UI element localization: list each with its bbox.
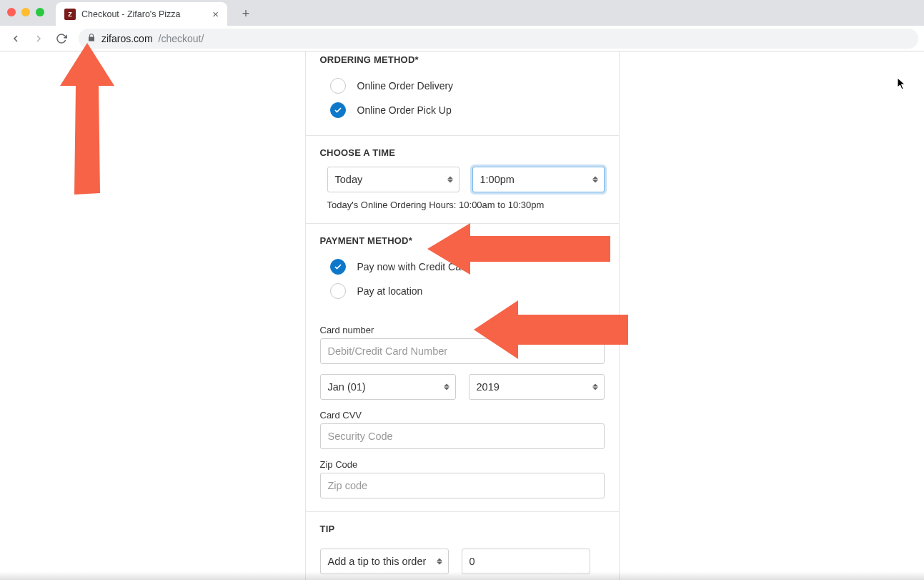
minimize-window-icon[interactable]	[21, 8, 30, 16]
card-number-input[interactable]	[320, 338, 605, 364]
exp-year-select[interactable]: 2019	[469, 374, 605, 400]
exp-month-select[interactable]: Jan (01)	[320, 374, 456, 400]
tip-heading: TIP	[320, 524, 605, 534]
tip-select-value: Add a tip to this order	[328, 556, 427, 567]
tip-section: TIP Add a tip to this order	[306, 512, 619, 580]
address-bar[interactable]: zifaros.com/checkout/	[79, 29, 918, 49]
zip-label: Zip Code	[320, 459, 605, 470]
radio-label: Pay now with Credit Card	[357, 261, 470, 272]
zip-input[interactable]	[320, 473, 605, 498]
radio-pay-at-location[interactable]: Pay at location	[320, 279, 605, 303]
payment-method-heading: PAYMENT METHOD*	[320, 235, 605, 246]
radio-pickup[interactable]: Online Order Pick Up	[320, 98, 605, 122]
ordering-method-section: ORDERING METHOD* Online Order Delivery O…	[306, 51, 619, 136]
forward-button[interactable]	[29, 29, 49, 49]
maximize-window-icon[interactable]	[36, 8, 44, 16]
close-tab-icon[interactable]: ×	[212, 8, 219, 20]
day-select-value: Today	[335, 174, 363, 185]
favicon-icon: Z	[64, 9, 76, 20]
url-path: /checkout/	[159, 33, 204, 44]
radio-label: Online Order Delivery	[357, 80, 454, 92]
choose-time-heading: CHOOSE A TIME	[320, 147, 605, 158]
chevron-updown-icon	[444, 384, 449, 390]
day-select[interactable]: Today	[327, 167, 459, 192]
page-content: ORDERING METHOD* Online Order Delivery O…	[0, 51, 924, 580]
mouse-cursor-icon	[897, 77, 907, 90]
bottom-shadow	[0, 571, 924, 580]
radio-pay-credit-card[interactable]: Pay now with Credit Card	[320, 255, 605, 279]
exp-year-value: 2019	[477, 381, 500, 393]
radio-icon	[330, 283, 346, 299]
chevron-updown-icon	[592, 177, 598, 183]
close-window-icon[interactable]	[7, 8, 16, 16]
window-controls	[7, 8, 44, 16]
back-button[interactable]	[6, 29, 26, 49]
tip-select[interactable]: Add a tip to this order	[320, 549, 449, 574]
radio-label: Pay at location	[357, 285, 423, 297]
ordering-hours-note: Today's Online Ordering Hours: 10:00am t…	[320, 200, 605, 210]
checkout-form: ORDERING METHOD* Online Order Delivery O…	[305, 51, 620, 580]
url-host: zifaros.com	[101, 33, 153, 44]
reload-button[interactable]	[51, 29, 71, 49]
tab-title: Checkout - Zifaro's Pizza	[81, 9, 181, 19]
chevron-updown-icon	[437, 559, 442, 565]
choose-time-section: CHOOSE A TIME Today 1:00pm Today's Onlin…	[306, 136, 619, 224]
radio-icon-checked	[330, 102, 346, 118]
lock-icon	[87, 33, 96, 44]
radio-icon-checked	[330, 259, 346, 275]
browser-toolbar: zifaros.com/checkout/	[0, 26, 924, 51]
radio-delivery[interactable]: Online Order Delivery	[320, 74, 605, 98]
payment-method-section: PAYMENT METHOD* Pay now with Credit Card…	[306, 224, 619, 512]
exp-month-value: Jan (01)	[328, 381, 366, 393]
browser-tab[interactable]: Z Checkout - Zifaro's Pizza ×	[56, 2, 227, 26]
radio-label: Online Order Pick Up	[357, 104, 452, 116]
cvv-label: Card CVV	[320, 410, 605, 421]
time-select-value: 1:00pm	[480, 174, 515, 185]
ordering-method-heading: ORDERING METHOD*	[320, 54, 605, 65]
new-tab-button[interactable]: +	[236, 4, 256, 24]
radio-icon	[330, 78, 346, 94]
cvv-input[interactable]	[320, 423, 605, 449]
browser-tab-strip: Z Checkout - Zifaro's Pizza × +	[0, 0, 924, 26]
chevron-updown-icon	[592, 384, 598, 390]
card-number-label: Card number	[320, 325, 605, 335]
time-select[interactable]: 1:00pm	[472, 167, 605, 192]
tip-amount-input[interactable]	[462, 549, 590, 574]
chevron-updown-icon	[447, 177, 453, 183]
